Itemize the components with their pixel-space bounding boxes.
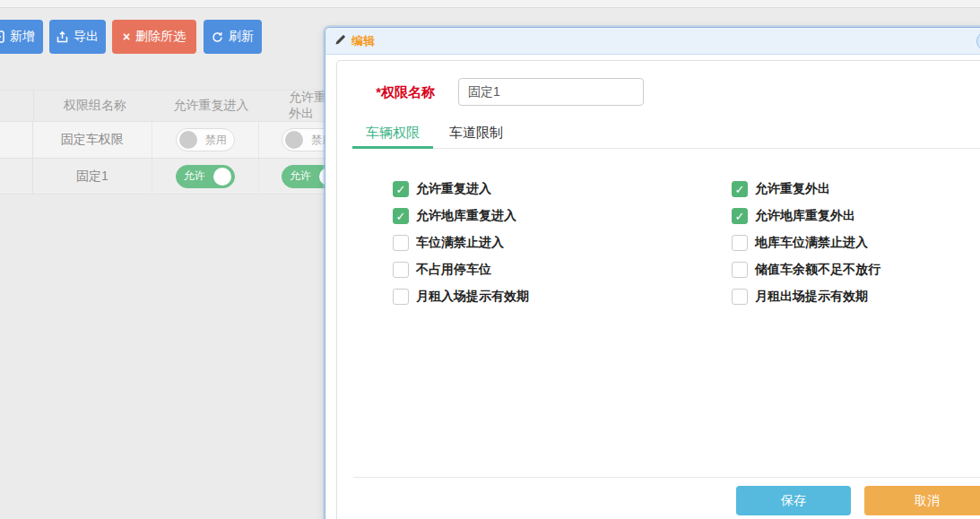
checkbox-allow-basement-reentry[interactable]: ✓ 允许地库重复进入 [393,208,516,224]
delete-button-label: 删除所选 [135,29,186,45]
toggle-label: 禁用 [201,133,231,148]
checkbox-icon[interactable]: ✓ [393,208,409,224]
save-button[interactable]: 保存 [736,486,851,515]
add-icon [0,30,4,43]
pencil-icon [334,33,346,49]
permission-name-label: *权限名称 [352,84,435,101]
checkbox-monthly-entry-validity-prompt[interactable]: ✓ 月租入场提示有效期 [393,289,529,305]
active-tab-underline [352,146,433,149]
toggle-knob [179,131,197,149]
reentry-toggle[interactable]: 禁用 [176,128,235,151]
checkbox-icon[interactable]: ✓ [732,208,748,224]
checkbox-icon[interactable]: ✓ [393,181,409,197]
table-header-row: 权限组名称 允许重复进入 允许重复外出 [0,90,341,122]
reentry-toggle[interactable]: 允许 [176,165,235,188]
checkbox-icon[interactable]: ✓ [393,235,409,251]
refresh-button-label: 刷新 [229,29,254,45]
app-window: 新增 导出 × 删除所选 刷新 权限组名称 允许重复进入 允许重复外出 固定车权… [0,0,980,519]
top-strip [0,0,980,8]
column-header-allow-reentry: 允许重复进入 [156,91,266,121]
toggle-label: 允许 [285,169,316,184]
refresh-button[interactable]: 刷新 [204,20,262,54]
checkbox-allow-basement-reexit[interactable]: ✓ 允许地库重复外出 [732,208,855,224]
checkbox-allow-reexit[interactable]: ✓ 允许重复外出 [732,181,830,197]
table-row: 固定1 允许 允许 [0,159,341,195]
checkbox-no-space-occupancy[interactable]: ✓ 不占用停车位 [393,262,491,278]
checkbox-allow-reentry[interactable]: ✓ 允许重复进入 [393,181,491,197]
checkbox-icon[interactable]: ✓ [393,289,409,305]
tab-lane-restriction[interactable]: 车道限制 [447,125,506,148]
permission-name-input[interactable] [458,78,644,106]
select-cell [0,159,33,194]
select-cell [0,122,33,158]
refresh-icon [212,31,223,43]
cancel-button[interactable]: 取消 [864,486,980,515]
permission-table: 权限组名称 允许重复进入 允许重复外出 固定车权限 禁用 禁用 固定 [0,90,341,195]
add-button[interactable]: 新增 [0,20,43,54]
delete-icon: × [123,30,130,43]
group-name-cell: 固定车权限 [33,132,152,148]
footer-divider [353,477,980,478]
edit-dialog: 编辑 *权限名称 车辆权限 车道限制 ✓ 允许重复进入 ✓ 允许地库重复进入 ✓… [325,27,980,519]
checkbox-icon[interactable]: ✓ [732,181,748,197]
close-button[interactable] [976,31,980,51]
toggle-knob [213,168,231,186]
checkbox-icon[interactable]: ✓ [393,262,409,278]
group-name-cell: 固定1 [33,169,152,185]
delete-selected-button[interactable]: × 删除所选 [112,20,196,54]
checkbox-icon[interactable]: ✓ [732,289,748,305]
dialog-header: 编辑 [325,28,980,55]
export-button[interactable]: 导出 [49,20,106,54]
add-button-label: 新增 [10,29,35,45]
checkbox-icon[interactable]: ✓ [732,262,748,278]
checkbox-basement-no-entry-when-full[interactable]: ✓ 地库车位满禁止进入 [732,235,868,251]
export-icon [56,30,68,43]
column-header-group-name: 权限组名称 [34,98,156,114]
export-button-label: 导出 [74,29,99,45]
toggle-knob [285,131,303,149]
tab-divider [353,148,980,149]
toggle-label: 允许 [179,169,210,184]
checkbox-monthly-exit-validity-prompt[interactable]: ✓ 月租出场提示有效期 [732,289,868,305]
table-row: 固定车权限 禁用 禁用 [0,122,341,159]
select-column-header [0,91,34,121]
checkbox-icon[interactable]: ✓ [732,235,748,251]
tab-vehicle-permission[interactable]: 车辆权限 [363,125,422,148]
checkbox-stored-value-insufficient-no-release[interactable]: ✓ 储值车余额不足不放行 [732,262,880,278]
checkbox-no-entry-when-full[interactable]: ✓ 车位满禁止进入 [393,235,504,251]
dialog-title: 编辑 [351,33,375,49]
